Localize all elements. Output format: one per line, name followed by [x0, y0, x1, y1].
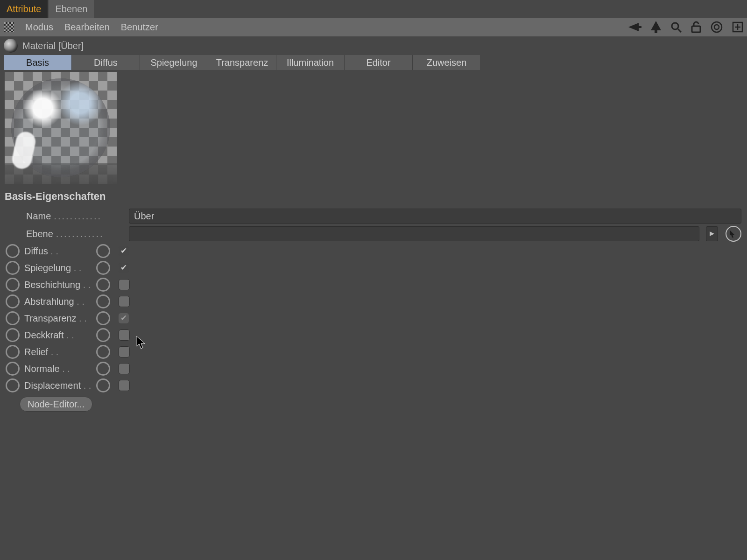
- radio-right-deckkraft[interactable]: [96, 328, 110, 342]
- radio-left-displacement[interactable]: [6, 378, 20, 392]
- checkbox-deckkraft[interactable]: [119, 329, 130, 341]
- radio-right-abstrahlung[interactable]: [96, 294, 110, 308]
- radio-left-transparenz[interactable]: [6, 311, 20, 325]
- channel-row-abstrahlung: Abstrahlung . .: [6, 293, 741, 310]
- ebene-expand-button[interactable]: [706, 226, 718, 241]
- menubar: Modus Bearbeiten Benutzer: [0, 18, 747, 36]
- radio-right-diffus[interactable]: [96, 244, 110, 258]
- add-panel-icon[interactable]: [732, 21, 743, 33]
- radio-left-spiegelung[interactable]: [6, 261, 20, 275]
- svg-marker-11: [730, 230, 734, 238]
- checkbox-spiegelung[interactable]: [119, 263, 129, 273]
- radio-right-displacement[interactable]: [96, 378, 110, 392]
- svg-line-3: [678, 29, 681, 32]
- channel-row-beschichtung: Beschichtung . .: [6, 276, 741, 293]
- channel-row-relief: Relief . .: [6, 343, 741, 360]
- radio-right-transparenz[interactable]: [96, 311, 110, 325]
- radio-left-relief[interactable]: [6, 345, 20, 359]
- label-beschichtung: Beschichtung . .: [24, 280, 94, 290]
- material-preview[interactable]: [5, 72, 117, 184]
- svg-rect-4: [692, 26, 700, 32]
- label-relief: Relief . .: [24, 347, 94, 357]
- radio-left-normale[interactable]: [6, 362, 20, 376]
- checkbox-transparenz[interactable]: [119, 313, 129, 323]
- lock-open-icon[interactable]: [691, 21, 701, 33]
- label-normale: Normale . .: [24, 364, 94, 374]
- tab-attribute[interactable]: Attribute: [0, 0, 48, 18]
- svg-point-2: [672, 23, 678, 29]
- label-displacement: Displacement . .: [24, 380, 94, 391]
- breadcrumb: Material [Über]: [0, 36, 747, 55]
- search-icon[interactable]: [670, 21, 682, 33]
- tab-spiegelung[interactable]: Spiegelung: [140, 55, 208, 70]
- checkbox-abstrahlung[interactable]: [119, 296, 130, 307]
- radio-left-deckkraft[interactable]: [6, 328, 20, 342]
- nav-back-icon[interactable]: [628, 22, 641, 32]
- radio-right-normale[interactable]: [96, 362, 110, 376]
- menu-bearbeiten[interactable]: Bearbeiten: [64, 22, 110, 33]
- ebene-field[interactable]: [129, 226, 699, 241]
- checkbox-displacement[interactable]: [119, 380, 130, 391]
- svg-point-5: [712, 22, 722, 32]
- channel-tabs: BasisDiffusSpiegelungTransparenzIllumina…: [4, 55, 747, 70]
- channel-row-spiegelung: Spiegelung . .: [6, 259, 741, 276]
- radio-left-diffus[interactable]: [6, 244, 20, 258]
- channel-row-diffus: Diffus . .: [6, 243, 741, 259]
- checkbox-relief[interactable]: [119, 346, 130, 357]
- label-spiegelung: Spiegelung . .: [24, 263, 94, 273]
- label-deckkraft: Deckkraft . .: [24, 330, 94, 341]
- label-diffus: Diffus . .: [24, 246, 94, 257]
- target-icon[interactable]: [711, 21, 723, 33]
- tab-diffus[interactable]: Diffus: [72, 55, 140, 70]
- checkbox-beschichtung[interactable]: [119, 279, 130, 290]
- label-abstrahlung: Abstrahlung . .: [24, 296, 94, 307]
- radio-left-beschichtung[interactable]: [6, 278, 20, 292]
- name-field[interactable]: Über: [129, 209, 741, 224]
- label-transparenz: Transparenz . .: [24, 313, 94, 324]
- svg-marker-1: [651, 21, 661, 33]
- radio-left-abstrahlung[interactable]: [6, 294, 20, 308]
- nav-up-icon[interactable]: [651, 21, 661, 33]
- tab-ebenen[interactable]: Ebenen: [49, 0, 94, 18]
- tab-zuweisen[interactable]: Zuweisen: [413, 55, 481, 70]
- svg-marker-10: [710, 231, 714, 236]
- channel-row-displacement: Displacement . .: [6, 377, 741, 394]
- node-editor-button[interactable]: Node-Editor...: [20, 397, 92, 412]
- label-name: Name ............: [6, 211, 124, 222]
- checkbox-diffus[interactable]: [119, 246, 129, 256]
- section-header-basis: Basis-Eigenschaften: [5, 188, 742, 205]
- radio-right-spiegelung[interactable]: [96, 261, 110, 275]
- channel-row-transparenz: Transparenz . .: [6, 310, 741, 327]
- menu-modus[interactable]: Modus: [25, 22, 53, 33]
- label-ebene: Ebene ............: [6, 229, 124, 239]
- checkbox-normale[interactable]: [119, 363, 130, 374]
- tab-illumination[interactable]: Illumination: [276, 55, 345, 70]
- radio-right-beschichtung[interactable]: [96, 278, 110, 292]
- grid-icon[interactable]: [4, 22, 14, 32]
- menu-benutzer[interactable]: Benutzer: [121, 22, 158, 33]
- svg-marker-0: [628, 23, 641, 31]
- svg-point-6: [714, 25, 719, 29]
- tab-transparenz[interactable]: Transparenz: [208, 55, 276, 70]
- tab-editor[interactable]: Editor: [345, 55, 413, 70]
- channel-row-deckkraft: Deckkraft . .: [6, 327, 741, 343]
- channel-row-normale: Normale . .: [6, 360, 741, 377]
- tab-basis[interactable]: Basis: [4, 55, 72, 70]
- material-sphere-icon: [4, 39, 18, 53]
- radio-right-relief[interactable]: [96, 345, 110, 359]
- ebene-picker-icon[interactable]: [726, 226, 741, 242]
- page-title: Material [Über]: [22, 41, 84, 51]
